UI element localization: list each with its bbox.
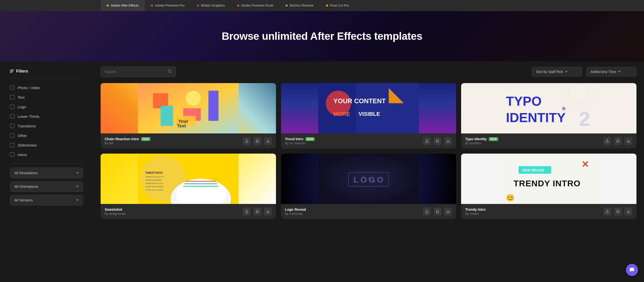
card-title-group: Trendy Intro By creator — [465, 207, 486, 216]
time-dropdown[interactable]: Added Any Time — [586, 67, 636, 77]
filter-label-intros: Intros — [18, 153, 27, 157]
share-button[interactable] — [603, 137, 611, 145]
download-button[interactable] — [444, 207, 452, 216]
checkbox-photo-video[interactable] — [10, 85, 15, 90]
card-info: Chain Reaction Intro NEW By MA — [101, 133, 276, 149]
filter-photo-video[interactable]: Photo / Video — [10, 83, 83, 92]
svg-text:✕: ✕ — [582, 159, 589, 169]
filter-icon — [10, 70, 14, 73]
svg-text:Your: Your — [178, 119, 188, 124]
checkbox-other[interactable] — [10, 133, 15, 138]
card-actions — [423, 137, 452, 145]
card-thumbnail: LOGO — [281, 154, 456, 204]
filter-text[interactable]: Text — [10, 92, 83, 102]
card-actions — [423, 207, 452, 216]
main-content: Sort by Staff Pick Added Any Time — [93, 61, 644, 224]
nav-dot — [107, 5, 109, 7]
resolutions-label: All Resolutions — [14, 171, 38, 175]
filter-label-photo-video: Photo / Video — [18, 86, 40, 90]
svg-text:MORE: MORE — [333, 111, 350, 117]
checkbox-text[interactable] — [10, 95, 15, 99]
share-button[interactable] — [243, 137, 251, 145]
download-button[interactable] — [264, 137, 272, 145]
svg-text:PREMIUM QUALITY: PREMIUM QUALITY — [145, 176, 164, 178]
hero-title: Browse unlimited After Effects templates — [222, 30, 422, 42]
nav-dot — [326, 5, 328, 7]
chevron-down-icon — [76, 172, 79, 174]
nav-tab-davinci-resolve[interactable]: DaVinci Resolve — [279, 0, 320, 11]
card-title: Chain Reaction Intro — [105, 137, 139, 141]
badge-new: NEW — [489, 137, 498, 141]
checkbox-logo[interactable] — [10, 104, 15, 109]
filter-lower-thirds[interactable]: Lower Thirds — [10, 112, 83, 121]
checkbox-intros[interactable] — [10, 152, 15, 157]
template-card-chain-reaction[interactable]: Your Text Chain Reaction Intro NEW By MA — [101, 83, 276, 149]
bookmark-button[interactable] — [433, 137, 441, 145]
cards-grid: Your Text Chain Reaction Intro NEW By MA — [101, 83, 636, 219]
share-button[interactable] — [603, 207, 611, 216]
card-title-group: Sweetshot By designstudio — [105, 207, 126, 216]
nav-tab-label: Final Cut Pro — [330, 4, 349, 7]
svg-text:NEW BRAND: NEW BRAND — [522, 168, 544, 172]
nav-tab-premiere-rush[interactable]: Adobe Premiere Rush — [231, 0, 280, 11]
card-title-row: Logo Reveal — [285, 207, 306, 212]
svg-text:VISIBLE: VISIBLE — [358, 111, 380, 117]
filter-label-slideshows: Slideshows — [18, 143, 37, 147]
toolbar: Sort by Staff Pick Added Any Time — [101, 66, 636, 77]
checkbox-slideshows[interactable] — [10, 143, 15, 147]
checkbox-transitions[interactable] — [10, 124, 15, 128]
search-input[interactable] — [105, 70, 165, 74]
svg-text:IDENTITY: IDENTITY — [506, 110, 566, 125]
svg-rect-3 — [160, 106, 173, 126]
card-actions — [243, 137, 272, 145]
share-button[interactable] — [243, 207, 251, 216]
search-box[interactable] — [101, 66, 176, 77]
download-button[interactable] — [264, 207, 272, 216]
resolutions-dropdown[interactable]: All Resolutions — [10, 168, 83, 178]
card-title-group: Trend Intro NEW By mr. freeman — [285, 137, 315, 145]
orientations-dropdown[interactable]: All Orientations — [10, 181, 83, 192]
filter-other[interactable]: Other — [10, 131, 83, 140]
template-card-trendy-intro[interactable]: NEW BRAND TRENDY INTRO ✕ 😊 Trendy Intro — [461, 154, 636, 219]
filters-label: Filters — [16, 69, 28, 74]
filter-logo[interactable]: Logo — [10, 102, 83, 112]
filters-header: Filters — [10, 69, 83, 74]
svg-text:SWEETSHOT: SWEETSHOT — [145, 171, 163, 174]
checkbox-lower-thirds[interactable] — [10, 114, 15, 119]
bookmark-button[interactable] — [253, 207, 261, 216]
bookmark-button[interactable] — [253, 137, 261, 145]
nav-tab-motion-graphics[interactable]: Motion Graphics — [191, 0, 231, 11]
share-button[interactable] — [423, 137, 431, 145]
share-button[interactable] — [423, 207, 431, 216]
download-button[interactable] — [624, 137, 632, 145]
filter-transitions[interactable]: Transitions — [10, 121, 83, 131]
nav-tab-after-effects[interactable]: Adobe After Effects — [101, 0, 145, 11]
chat-widget[interactable] — [626, 264, 638, 276]
card-info: Trendy Intro By creator — [461, 204, 636, 219]
svg-text:SWEETSHOT FOR: SWEETSHOT FOR — [145, 182, 163, 185]
card-actions — [603, 137, 632, 145]
chevron-down-icon — [76, 199, 79, 201]
bookmark-button[interactable] — [614, 207, 622, 216]
template-card-typo-identity[interactable]: ✳ TYPO IDENTITY 2 Typo Identity NEW By e… — [461, 83, 636, 149]
bookmark-button[interactable] — [433, 207, 441, 216]
card-title: Trend Intro — [285, 137, 303, 141]
bookmark-button[interactable] — [614, 137, 622, 145]
svg-point-4 — [186, 91, 201, 106]
nav-tab-final-cut-pro[interactable]: Final Cut Pro — [320, 0, 355, 11]
versions-dropdown[interactable]: All Versions — [10, 195, 83, 205]
svg-rect-6 — [208, 91, 218, 121]
filter-intros[interactable]: Intros — [10, 150, 83, 159]
download-button[interactable] — [624, 207, 632, 216]
template-card-sweetshot[interactable]: SWEETSHOT PREMIUM QUALITY WARM BLANKED S… — [101, 154, 276, 219]
nav-tab-premiere-pro[interactable]: Adobe Premiere Pro — [145, 0, 191, 11]
filter-label-logo: Logo — [18, 105, 26, 109]
card-thumbnail: YOUR CONTENT MORE VISIBLE — [281, 83, 456, 133]
filter-label-lower-thirds: Lower Thirds — [18, 114, 39, 119]
filter-label-transitions: Transitions — [18, 124, 36, 128]
template-card-logo-reveal[interactable]: LOGO Logo Reveal By motionlab — [281, 154, 456, 219]
sort-dropdown[interactable]: Sort by Staff Pick — [532, 67, 582, 77]
filter-slideshows[interactable]: Slideshows — [10, 140, 83, 150]
download-button[interactable] — [444, 137, 452, 145]
template-card-trend-intro[interactable]: YOUR CONTENT MORE VISIBLE Trend Intro NE… — [281, 83, 456, 149]
